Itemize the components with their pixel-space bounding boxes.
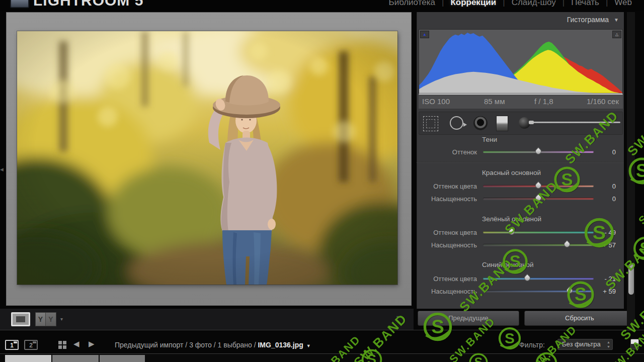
slider-label-saturation: Насыщенность (431, 288, 477, 295)
window-icon (10, 0, 29, 8)
reset-button[interactable]: Сбросить (524, 311, 635, 326)
slider-thumb[interactable] (534, 147, 543, 156)
highlight-clipping-button[interactable]: △ (612, 31, 621, 38)
next-photo-icon[interactable]: ▶ (89, 339, 95, 348)
filter-dropdown[interactable]: Без фильтра ▲▼ (557, 339, 613, 350)
exif-focal-length: 85 мм (484, 97, 505, 106)
exif-aperture: f / 1,8 (534, 97, 553, 106)
section-title-shadows: Тени (482, 136, 497, 143)
panel-button-row: Предыдущие Сбросить (417, 311, 636, 327)
loupe-view-button[interactable] (11, 312, 30, 326)
shadow-clipping-button[interactable]: ▲ (420, 31, 429, 38)
svg-text:S: S (640, 239, 644, 257)
blue-primary-hue-slider[interactable] (483, 278, 594, 280)
before-after-left-button[interactable]: Y (35, 312, 46, 326)
red-primary-saturation-slider[interactable] (483, 198, 594, 200)
slider-label-hue: Оттенок цвета (433, 275, 477, 283)
slider-label-hue: Оттенок цвета (433, 183, 477, 190)
before-after-dropdown-icon[interactable]: ▾ (60, 316, 63, 322)
module-slideshow[interactable]: Слайд-шоу (512, 0, 556, 8)
histogram-chart (419, 30, 622, 93)
filter-toggle-switch[interactable] (630, 339, 639, 349)
module-picker: Библиотека | Коррекции | Слайд-шоу | Печ… (389, 0, 632, 8)
module-develop[interactable]: Коррекции (450, 0, 496, 8)
filmstrip-thumbnail-selected[interactable] (5, 355, 51, 362)
slider-thumb[interactable] (534, 182, 543, 190)
adjustment-brush-handle (531, 122, 620, 123)
module-separator: | (442, 0, 444, 8)
module-separator: | (606, 0, 608, 8)
slider-value: 0 (612, 195, 616, 203)
graduated-filter-tool-icon[interactable] (496, 116, 508, 131)
develop-right-panel: Гистограмма ▼ ▲ △ ISO 100 85 мм f / 1,8 … (417, 12, 624, 309)
previous-button[interactable]: Предыдущие (418, 311, 519, 326)
slider-thumb[interactable] (508, 228, 516, 236)
slider-value: - 21 (605, 275, 616, 283)
slider-label-saturation: Насыщенность (431, 195, 477, 203)
before-after-group: Y Y (35, 312, 56, 326)
slider-value: - 49 (605, 229, 616, 236)
filmstrip (0, 353, 644, 362)
photo-canvas-mat (6, 12, 412, 306)
shadows-hue-slider[interactable] (483, 151, 594, 153)
previous-photo-icon[interactable]: ◀ (73, 339, 79, 348)
filter-dropdown-arrows-icon: ▲▼ (607, 340, 610, 349)
filter-value: Без фильтра (562, 340, 601, 348)
before-after-right-button[interactable]: Y (46, 312, 56, 326)
histogram-panel-title[interactable]: Гистограмма (567, 16, 609, 24)
filmstrip-bar: 1 2 ◀ ▶ Предыдущий импорт / 3 фото / 1 в… (0, 331, 644, 353)
slider-thumb[interactable] (563, 240, 572, 249)
bottom-panel-arrow-icon[interactable]: ▼ (395, 315, 400, 320)
slider-label-hue: Оттенок (452, 148, 477, 156)
exif-shutter: 1/160 сек (587, 97, 619, 106)
photo-image[interactable] (17, 31, 397, 285)
red-eye-tool-icon[interactable] (473, 116, 488, 130)
green-primary-hue-slider[interactable] (483, 231, 594, 233)
grid-view-icon[interactable] (58, 341, 62, 344)
section-divider (417, 162, 624, 163)
filmstrip-thumbnail[interactable] (52, 355, 99, 362)
panel-scrollbar-thumb[interactable] (628, 263, 634, 295)
slider-label-saturation: Насыщенность (431, 241, 477, 249)
title-bar: LIGHTROOM 5 Библиотека | Коррекции | Сла… (0, 0, 644, 11)
slider-value: 0 (612, 183, 616, 190)
green-primary-saturation-slider[interactable] (483, 244, 594, 246)
watermark-text: SW.BAND (636, 176, 644, 227)
spot-removal-tool-icon[interactable] (450, 116, 463, 130)
histogram-collapse-icon[interactable]: ▼ (614, 17, 619, 23)
lightroom-window: LIGHTROOM 5 Библиотека | Коррекции | Сла… (0, 0, 644, 362)
slider-thumb[interactable] (523, 274, 532, 283)
section-title-red-primary: Красный основной (482, 169, 541, 176)
tool-strip (419, 112, 623, 135)
crop-tool-icon[interactable] (423, 116, 438, 131)
svg-text:S: S (636, 160, 644, 181)
exif-iso: ISO 100 (422, 97, 450, 106)
module-library[interactable]: Библиотека (389, 0, 435, 8)
source-breadcrumb[interactable]: Предыдущий импорт / 3 фото / 1 выбрано /… (115, 341, 311, 349)
slider-thumb[interactable] (534, 194, 543, 203)
filter-label: Фильтр: (519, 341, 545, 349)
red-primary-hue-slider[interactable] (483, 185, 594, 187)
slider-value: + 59 (603, 288, 616, 295)
slider-thumb[interactable] (565, 287, 574, 295)
exif-readout: ISO 100 85 мм f / 1,8 1/160 сек (419, 95, 623, 109)
filename: IMG_0136.jpg (258, 341, 303, 349)
section-title-green-primary: Зелёный основной (482, 215, 541, 223)
slider-value: 0 (612, 148, 616, 156)
blue-primary-saturation-slider[interactable] (483, 290, 594, 292)
second-window-button[interactable]: 2 (24, 340, 38, 350)
section-title-blue-primary: Синий основной (482, 261, 533, 268)
module-web[interactable]: Web (614, 0, 632, 8)
main-window-button[interactable]: 1 (5, 340, 19, 350)
histogram[interactable]: ▲ △ (419, 29, 623, 95)
app-logo: LIGHTROOM 5 (33, 0, 143, 9)
module-separator: | (562, 0, 565, 8)
filmstrip-thumbnail[interactable] (100, 355, 145, 362)
slider-label-hue: Оттенок цвета (433, 229, 477, 236)
left-panel-arrow-icon[interactable]: ◀ (0, 167, 4, 172)
filename-dropdown-icon[interactable]: ▼ (306, 343, 311, 348)
divider (0, 330, 644, 330)
source-text: Предыдущий импорт / 3 фото / 1 выбрано / (115, 341, 258, 349)
slider-value: + 57 (603, 241, 616, 249)
module-print[interactable]: Печать (571, 0, 599, 8)
